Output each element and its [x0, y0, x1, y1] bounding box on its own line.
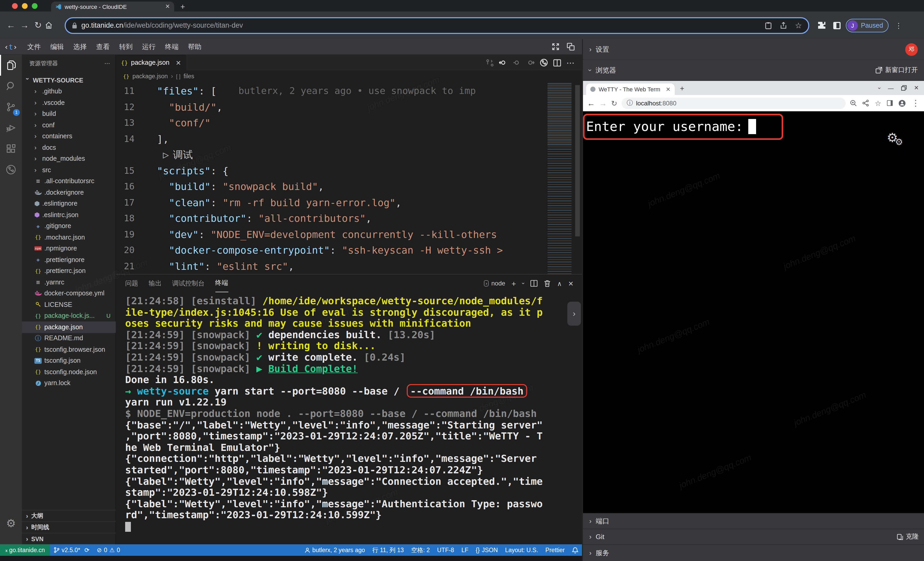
- tree-item[interactable]: {}tsconfig.browser.json: [22, 344, 116, 355]
- webview-menu-icon[interactable]: ⋮: [912, 98, 920, 108]
- blame-indicator[interactable]: butlerx, 2 years ago: [301, 547, 369, 553]
- formatter[interactable]: Prettier: [542, 547, 568, 553]
- menu-item-7[interactable]: 帮助: [183, 42, 206, 51]
- panel-expand-button[interactable]: ›: [567, 302, 581, 326]
- code-line[interactable]: 19 "dev": "NODE_ENV=development concurre…: [116, 226, 582, 242]
- sidebar-section-1[interactable]: ›时间线: [22, 521, 116, 533]
- webview-tab[interactable]: WeTTY - The Web Terminal ✕: [586, 84, 675, 95]
- terminal-dropdown-icon[interactable]: ›: [520, 282, 526, 284]
- reload-icon[interactable]: ↻: [31, 20, 45, 31]
- fold-expand-icon[interactable]: ▷: [163, 149, 169, 160]
- minimize-window-button[interactable]: [22, 3, 28, 9]
- webview-close-tab-icon[interactable]: ✕: [666, 86, 670, 93]
- tree-item[interactable]: {}.mocharc.json: [22, 232, 116, 243]
- menu-item-1[interactable]: 编辑: [46, 42, 69, 51]
- split-terminal-icon[interactable]: [531, 280, 538, 287]
- wetty-settings-gears-icon[interactable]: ⚙⚙: [887, 131, 898, 145]
- activity-source-control[interactable]: 1: [0, 96, 22, 117]
- tree-item[interactable]: ≡.yarnrc: [22, 277, 116, 288]
- share-icon[interactable]: [780, 22, 787, 29]
- language-mode[interactable]: {}JSON: [472, 547, 502, 553]
- editor-tab-package-json[interactable]: {} package.json ✕: [116, 55, 187, 71]
- nav-back-icon[interactable]: [499, 59, 507, 67]
- services-section-header[interactable]: › 服务: [583, 544, 924, 561]
- sidebar-section-0[interactable]: ›大纲: [22, 510, 116, 521]
- activity-remote[interactable]: [0, 159, 22, 180]
- terminal-tab-3[interactable]: 终端: [215, 275, 228, 292]
- close-editor-icon[interactable]: ✕: [176, 59, 181, 66]
- browser-section-header[interactable]: › 浏览器 新窗口打开: [583, 60, 924, 81]
- tree-item[interactable]: ◆.prettierignore: [22, 254, 116, 265]
- bookmark-star-icon[interactable]: ☆: [795, 21, 802, 30]
- nav-dot-icon[interactable]: [513, 59, 521, 67]
- notifications-bell-icon[interactable]: [568, 547, 582, 553]
- code-line[interactable]: 14 ],: [116, 131, 582, 147]
- indentation[interactable]: 空格: 2: [408, 546, 434, 554]
- breadcrumb[interactable]: {} package.json › [ ] files: [116, 71, 582, 82]
- webview-profile-icon[interactable]: [898, 99, 906, 107]
- code-line[interactable]: 16 "build": "snowpack build",: [116, 179, 582, 194]
- webview-chevron-down-icon[interactable]: ›: [876, 87, 883, 89]
- menu-item-4[interactable]: 转到: [114, 42, 137, 51]
- tree-item[interactable]: ›build: [22, 108, 116, 119]
- sidebar-toggle-icon[interactable]: [833, 22, 841, 29]
- explorer-more-icon[interactable]: ⋯: [104, 60, 110, 66]
- tree-item[interactable]: ›docs: [22, 142, 116, 153]
- webview-back-icon[interactable]: ←: [587, 99, 595, 107]
- clone-button[interactable]: 克隆: [897, 532, 919, 541]
- webview-restore-icon[interactable]: [901, 85, 907, 91]
- menu-item-2[interactable]: 选择: [69, 42, 92, 51]
- webview-new-tab-icon[interactable]: +: [680, 84, 684, 92]
- minimap[interactable]: [548, 83, 572, 274]
- branch-indicator[interactable]: v2.5.0* ⟳: [50, 546, 93, 554]
- ports-section-header[interactable]: › 端口: [583, 513, 924, 529]
- tree-item[interactable]: LICENSE: [22, 299, 116, 310]
- problems-indicator[interactable]: ⊘0 ⚠0: [93, 546, 124, 554]
- webview-reload-icon[interactable]: ↻: [611, 99, 617, 107]
- menu-item-3[interactable]: 查看: [92, 42, 114, 51]
- tree-item[interactable]: ›conf: [22, 119, 116, 131]
- browser-tab[interactable]: wetty-source - CloudIDE ✕: [51, 2, 174, 12]
- tree-root[interactable]: ›WETTY-SOURCE: [22, 75, 116, 86]
- back-icon[interactable]: ←: [4, 20, 18, 30]
- remote-indicator[interactable]: ›‹ go.titanide.cn: [0, 544, 50, 556]
- menu-item-0[interactable]: 文件: [22, 42, 46, 51]
- terminal-shell-select[interactable]: › node: [484, 280, 505, 287]
- url-bar[interactable]: go.titanide.cn/ide/web/coding/wetty-sour…: [64, 17, 809, 34]
- tree-item[interactable]: ›containers: [22, 131, 116, 142]
- tree-item[interactable]: ›node_modules: [22, 153, 116, 164]
- tree-item[interactable]: docker-compose.yml: [22, 288, 116, 299]
- keyboard-layout[interactable]: Layout: U.S.: [501, 547, 542, 553]
- manage-gear-icon[interactable]: ⚙: [0, 517, 22, 530]
- eol[interactable]: LF: [458, 547, 472, 553]
- terminal-tab-2[interactable]: 调试控制台: [172, 275, 205, 292]
- activity-explorer[interactable]: [0, 55, 22, 76]
- sidebar-section-2[interactable]: ›SVN: [22, 533, 116, 544]
- maximize-panel-icon[interactable]: ∧: [557, 280, 562, 287]
- menu-item-6[interactable]: 终端: [160, 42, 183, 51]
- activity-extensions[interactable]: [0, 138, 22, 159]
- git-section-header[interactable]: › Git 克隆: [583, 529, 924, 544]
- code-line[interactable]: 15 "scripts": {: [116, 162, 582, 179]
- encoding[interactable]: UTF-8: [434, 547, 458, 553]
- webview-share-icon[interactable]: [863, 100, 869, 107]
- wetty-terminal-screen[interactable]: Enter your username: ⚙⚙ john.deng@qq.com…: [583, 112, 924, 513]
- open-new-window-button[interactable]: 新窗口打开: [875, 66, 918, 75]
- code-line[interactable]: 17 "clean": "rm -rf build yarn-error.log…: [116, 194, 582, 210]
- tree-item[interactable]: ›src: [22, 164, 116, 176]
- editor-scrollbar[interactable]: [575, 85, 580, 236]
- kill-terminal-trash-icon[interactable]: [544, 280, 551, 287]
- browser-menu-icon[interactable]: ⋮: [895, 21, 902, 30]
- tree-item[interactable]: {}tsconfig.node.json: [22, 366, 116, 378]
- tree-item[interactable]: TStsconfig.json: [22, 355, 116, 366]
- new-tab-button[interactable]: +: [180, 2, 185, 11]
- code-line[interactable]: 12 "build/",: [116, 99, 582, 115]
- tree-item[interactable]: .eslintignore: [22, 198, 116, 209]
- new-terminal-icon[interactable]: +: [512, 279, 516, 288]
- terminal-output[interactable]: [21:24:58] [esinstall] /home/ide/workspa…: [125, 295, 574, 532]
- nav-forward-icon[interactable]: [526, 59, 534, 67]
- save-clipboard-icon[interactable]: [765, 22, 771, 29]
- webview-url-bar[interactable]: ⓘ localhost:8080: [621, 97, 846, 109]
- open-remote-icon[interactable]: [540, 59, 548, 67]
- tree-item[interactable]: .dockerignore: [22, 187, 116, 198]
